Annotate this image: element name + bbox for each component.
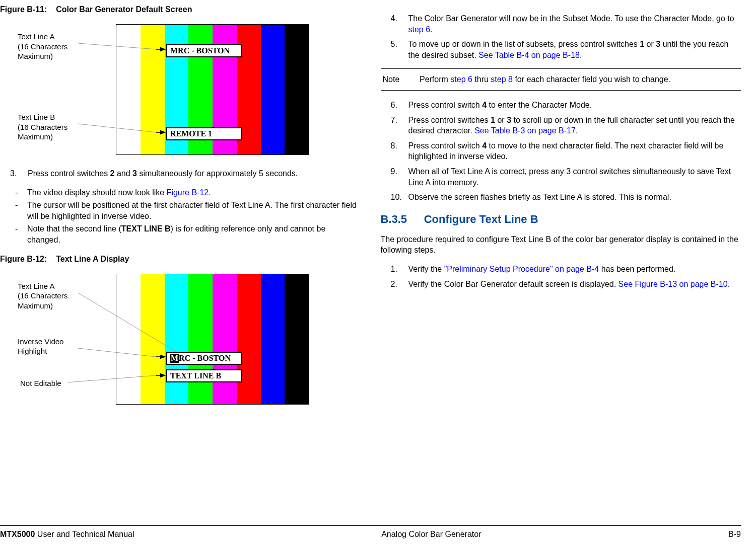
figure-b12-title: Figure B-12: Text Line A Display xyxy=(0,255,361,264)
left-column: Figure B-11: Color Bar Generator Default… xyxy=(0,5,361,503)
note-text: Perform step 6 thru step 8 for each char… xyxy=(418,74,734,85)
b35-step-2-num: 2. xyxy=(381,279,408,290)
bar-red xyxy=(237,274,261,404)
bar-blue xyxy=(261,274,285,404)
step-7-num: 7. xyxy=(381,115,408,136)
link-step6-a[interactable]: step 6 xyxy=(408,25,431,34)
figure-b12-name: Text Line A Display xyxy=(56,255,129,263)
step-9: 9. When all of Text Line A is correct, p… xyxy=(381,166,741,188)
b35-step-1-num: 1. xyxy=(381,264,408,275)
footer-left: MTX5000 User and Technical Manual xyxy=(0,530,134,539)
step-5: 5. To move up or down in the list of sub… xyxy=(381,39,741,60)
step-9-body: When all of Text Line A is correct, pres… xyxy=(408,166,741,188)
note-label: Note xyxy=(383,74,416,85)
step-7: 7. Press control switches 1 or 3 to scro… xyxy=(381,115,741,136)
fig11-cb-l2: (16 Characters xyxy=(18,123,67,131)
step-3-body: Press control switches 2 and 3 simultane… xyxy=(28,168,361,179)
right-column: 4. The Color Bar Generator will now be i… xyxy=(381,5,741,503)
footer-center: Analog Color Bar Generator xyxy=(381,530,481,539)
b35-step-2: 2. Verify the Color Bar Generator defaul… xyxy=(381,279,741,290)
page-footer: MTX5000 User and Technical Manual Analog… xyxy=(0,525,741,539)
section-b35-intro: The procedure required to configure Text… xyxy=(381,234,741,256)
fig11-text-box-a: MRC - BOSTON xyxy=(166,44,242,57)
step-7-body: Press control switches 1 or 3 to scroll … xyxy=(408,115,741,136)
b35-step-1: 1. Verify the "Preliminary Setup Procedu… xyxy=(381,264,741,275)
step-4-num: 4. xyxy=(381,13,408,35)
figure-b12-label: Figure B-12: xyxy=(0,255,47,263)
step-8-body: Press control switch 4 to move to the ne… xyxy=(408,140,741,162)
bar-magenta xyxy=(213,274,237,404)
bar-black xyxy=(285,25,309,154)
fig11-text-box-b: REMOTE 1 xyxy=(166,127,242,140)
section-b35-heading: B.3.5 Configure Text Line B xyxy=(381,213,741,226)
step-3-sublist: - The video display should now look like… xyxy=(0,187,361,246)
bar-yellow xyxy=(141,25,165,154)
step-3-num: 3. xyxy=(0,168,28,179)
bar-white xyxy=(116,274,141,404)
two-column-layout: Figure B-11: Color Bar Generator Default… xyxy=(0,5,741,503)
link-table-b4[interactable]: See Table B-4 on page B-18 xyxy=(478,51,580,59)
link-step8[interactable]: step 8 xyxy=(491,75,513,84)
step-4-body: The Color Bar Generator will now be in t… xyxy=(408,13,741,35)
link-step6-b[interactable]: step 6 xyxy=(450,75,472,84)
bar-black xyxy=(285,274,309,404)
fig12-inv-l1: Inverse Video xyxy=(18,337,63,346)
fig11-ca-l3: Maximum) xyxy=(18,52,53,60)
bar-white xyxy=(116,25,141,154)
figure-b11: Text Line A (16 Characters Maximum) Text… xyxy=(0,19,361,160)
fig12-callout-noteditable: Not Editable xyxy=(20,378,61,388)
figure-b11-name: Color Bar Generator Default Screen xyxy=(56,5,192,14)
bar-green xyxy=(188,274,213,404)
figure-b11-label: Figure B-11: xyxy=(0,5,47,14)
step-5-num: 5. xyxy=(381,39,408,60)
right-step-list-1: 4. The Color Bar Generator will now be i… xyxy=(381,13,741,60)
fig12-text-box-b: TEXT LINE B xyxy=(166,369,242,382)
fig11-cb-l3: Maximum) xyxy=(18,132,53,141)
step-10-num: 10. xyxy=(381,192,408,203)
b35-step-list: 1. Verify the "Preliminary Setup Procedu… xyxy=(381,264,741,289)
step-8-num: 8. xyxy=(381,140,408,162)
b35-step-2-body: Verify the Color Bar Generator default s… xyxy=(408,279,741,290)
fig12-color-bars xyxy=(116,274,309,405)
fig12-callout-inverse: Inverse Video Highlight xyxy=(18,337,63,356)
bar-yellow xyxy=(141,274,165,404)
fig12-ca-l2: (16 Characters xyxy=(18,291,67,300)
fig12-ca-l3: Maximum) xyxy=(18,301,53,310)
step-10: 10. Observe the screen flashes briefly a… xyxy=(381,192,741,203)
bar-cyan xyxy=(165,274,189,404)
fig11-cb-l1: Text Line B xyxy=(18,113,55,121)
fig12-text-box-a: MRC - BOSTON xyxy=(166,352,242,365)
step-6-num: 6. xyxy=(381,100,408,111)
step-5-body: To move up or down in the list of subset… xyxy=(408,39,741,60)
fig12-inverse-first-char: M xyxy=(170,354,179,363)
fig11-ca-l2: (16 Characters xyxy=(18,42,67,51)
step-6: 6. Press control switch 4 to enter the C… xyxy=(381,100,741,111)
step-3-sub1: - The video display should now look like… xyxy=(15,187,361,198)
footer-model: MTX5000 xyxy=(0,530,35,538)
figure-b11-title: Figure B-11: Color Bar Generator Default… xyxy=(0,5,361,14)
step-3-sub2: - The cursor will be positioned at the f… xyxy=(15,200,361,221)
step-3-sub3: - Note that the second line (TEXT LINE B… xyxy=(15,223,361,245)
link-figure-b13[interactable]: See Figure B-13 on page B-10 xyxy=(618,280,728,288)
fig11-ca-l1: Text Line A xyxy=(18,32,54,41)
right-step-list-2: 6. Press control switch 4 to enter the C… xyxy=(381,100,741,203)
link-table-b3[interactable]: See Table B-3 on page B-17 xyxy=(474,126,576,135)
page: Figure B-11: Color Bar Generator Default… xyxy=(0,0,756,549)
fig12-callout-line-a: Text Line A (16 Characters Maximum) xyxy=(18,281,67,311)
step-10-body: Observe the screen flashes briefly as Te… xyxy=(408,192,741,203)
fig12-ca-l1: Text Line A xyxy=(18,282,54,290)
step-4: 4. The Color Bar Generator will now be i… xyxy=(381,13,741,35)
link-prelim-setup[interactable]: "Preliminary Setup Procedure" on page B-… xyxy=(444,265,599,273)
step-8: 8. Press control switch 4 to move to the… xyxy=(381,140,741,162)
note-box: Note Perform step 6 thru step 8 for each… xyxy=(381,68,741,91)
section-b35-num: B.3.5 xyxy=(381,213,421,226)
footer-manual: User and Technical Manual xyxy=(35,530,134,538)
bar-blue xyxy=(261,25,285,154)
section-b35-title: Configure Text Line B xyxy=(424,213,538,225)
fig11-callout-line-a: Text Line A (16 Characters Maximum) xyxy=(18,32,67,61)
step-6-body: Press control switch 4 to enter the Char… xyxy=(408,100,741,111)
link-figure-b12[interactable]: Figure B-12 xyxy=(167,188,209,197)
fig11-callout-line-b: Text Line B (16 Characters Maximum) xyxy=(18,112,67,142)
footer-page-number: B-9 xyxy=(728,530,741,539)
left-step-list: 3. Press control switches 2 and 3 simult… xyxy=(0,168,361,179)
